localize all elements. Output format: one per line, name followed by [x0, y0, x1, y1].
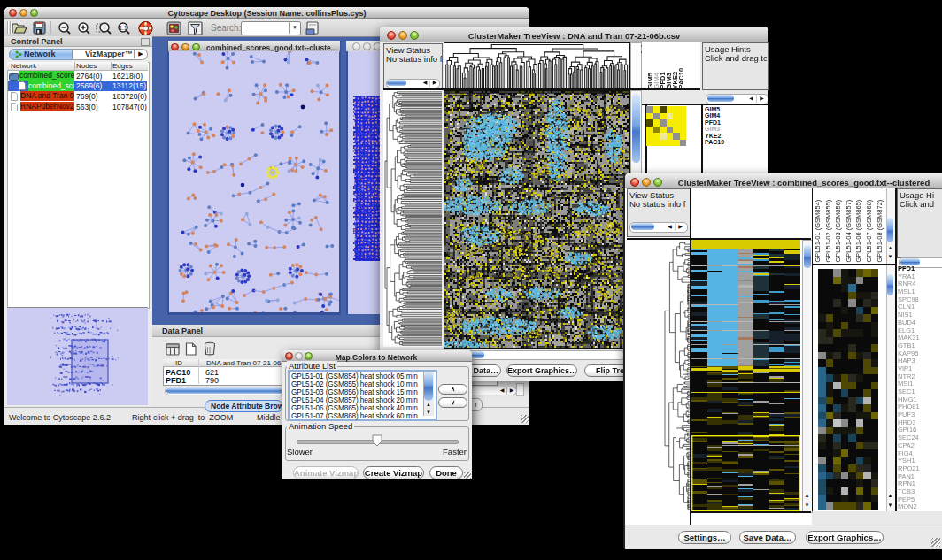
svg-text:1:1: 1:1 — [119, 25, 127, 31]
